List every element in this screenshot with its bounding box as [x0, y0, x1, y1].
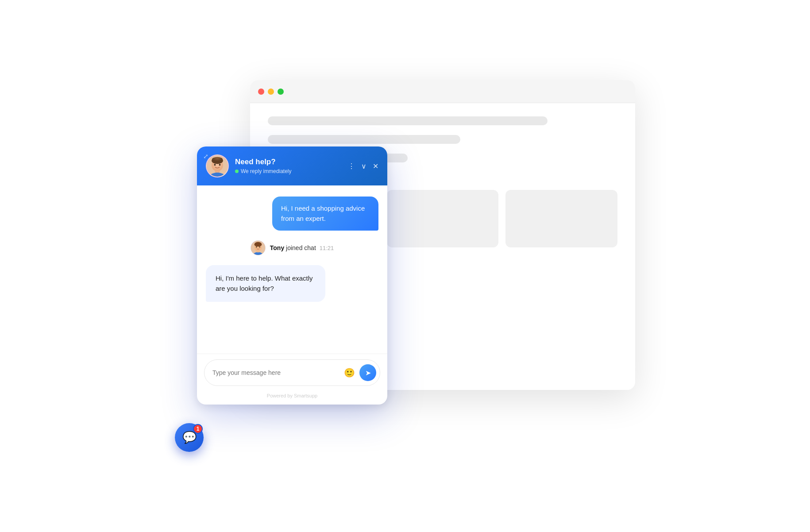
send-icon: ➤ [365, 369, 371, 377]
browser-card-3 [505, 190, 617, 247]
join-notification: Tony joined chat 11:21 [206, 240, 378, 255]
join-time: 11:21 [320, 245, 334, 251]
browser-bar-2 [268, 135, 460, 144]
powered-by: Powered by Smartsupp [197, 389, 387, 405]
expand-icon[interactable]: ⤢ [203, 153, 208, 160]
svg-point-7 [214, 164, 216, 166]
chat-fab[interactable]: 💬 1 [175, 423, 204, 452]
browser-titlebar [250, 80, 635, 103]
message-input[interactable] [212, 369, 339, 376]
send-button[interactable]: ➤ [359, 364, 376, 381]
agent-avatar [206, 154, 229, 177]
outgoing-message: Hi, I need a shopping advice from an exp… [206, 197, 378, 231]
online-status: We reply immediately [235, 168, 291, 174]
browser-bar-1 [268, 116, 548, 125]
more-icon[interactable]: ⋮ [348, 162, 355, 170]
svg-point-17 [259, 247, 260, 248]
status-text: We reply immediately [241, 168, 291, 174]
chat-header-left: Need help? We reply immediately [206, 154, 291, 177]
tony-avatar-small [251, 240, 266, 255]
join-text: Tony joined chat 11:21 [270, 244, 334, 251]
chat-body: Hi, I need a shopping advice from an exp… [197, 185, 387, 354]
svg-point-16 [256, 247, 257, 248]
minimize-button[interactable] [268, 89, 274, 95]
agent-name: Tony [270, 244, 284, 251]
chat-header: ⤢ [197, 146, 387, 185]
svg-point-8 [219, 164, 221, 166]
outgoing-bubble: Hi, I need a shopping advice from an exp… [272, 197, 378, 231]
svg-point-15 [255, 242, 261, 246]
browser-card-2 [387, 190, 499, 247]
chat-input-area: 🙂 ➤ [197, 354, 387, 389]
emoji-button[interactable]: 🙂 [344, 368, 355, 377]
chat-widget: ⤢ [197, 146, 387, 405]
input-row: 🙂 ➤ [204, 359, 380, 386]
chat-header-info: Need help? We reply immediately [235, 158, 291, 174]
chevron-down-icon[interactable]: ∨ [361, 162, 366, 170]
fab-badge: 1 [193, 424, 203, 434]
close-icon[interactable]: ✕ [373, 162, 378, 170]
join-event: joined chat [286, 244, 318, 251]
close-button[interactable] [258, 89, 264, 95]
svg-point-6 [212, 157, 223, 162]
online-dot [235, 170, 239, 173]
fab-chat-icon: 💬 [182, 431, 197, 444]
maximize-button[interactable] [278, 89, 284, 95]
incoming-bubble: Hi, I'm here to help. What exactly are y… [206, 265, 325, 302]
chat-title: Need help? [235, 158, 291, 166]
chat-header-controls: ⋮ ∨ ✕ [348, 162, 378, 170]
incoming-message: Hi, I'm here to help. What exactly are y… [206, 265, 378, 302]
